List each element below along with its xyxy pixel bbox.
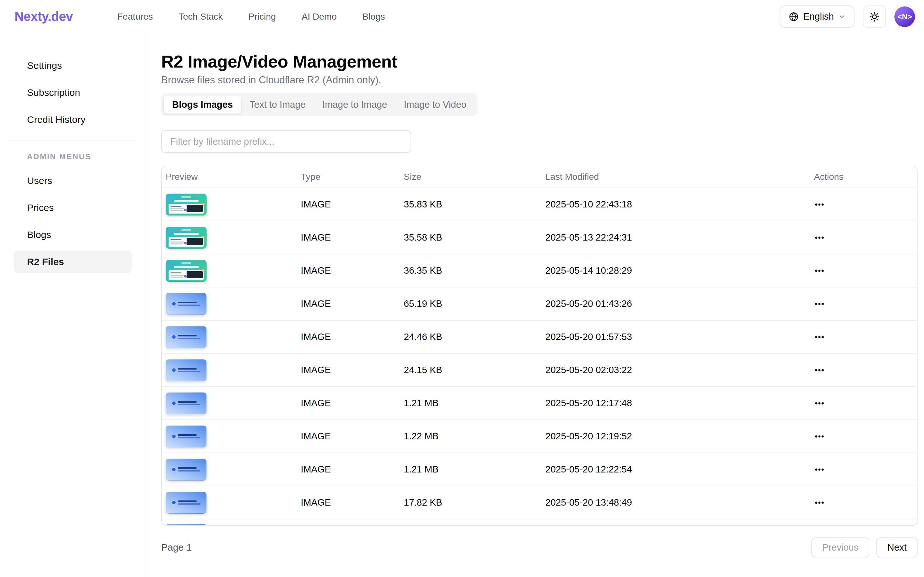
file-size: 17.82 KB xyxy=(404,497,545,508)
tab-image-to-image[interactable]: Image to Image xyxy=(314,95,396,114)
table-row: IMAGE 24.15 KB 2025-05-20 02:03:22 xyxy=(162,353,917,386)
file-thumbnail xyxy=(166,293,206,315)
column-header-type: Type xyxy=(301,172,404,182)
row-actions-button[interactable] xyxy=(814,295,832,313)
file-size: 65.19 KB xyxy=(404,298,545,309)
row-actions-button[interactable] xyxy=(814,195,832,214)
file-last-modified: 2025-05-20 12:22:54 xyxy=(545,464,814,475)
column-header-last-modified: Last Modified xyxy=(545,172,814,182)
filename-filter-input[interactable] xyxy=(161,130,411,153)
table-row: IMAGE 1.21 MB 2025-05-20 12:17:48 xyxy=(162,386,917,419)
files-table: Preview Type Size Last Modified Actions … xyxy=(161,166,918,526)
ellipsis-icon xyxy=(814,332,825,343)
sun-icon xyxy=(869,11,880,22)
ellipsis-icon xyxy=(814,232,825,243)
next-page-button[interactable]: Next xyxy=(876,537,918,558)
file-size: 24.15 KB xyxy=(404,365,545,376)
file-last-modified: 2025-05-20 12:19:52 xyxy=(545,431,814,442)
nav-item-features[interactable]: Features xyxy=(118,11,153,22)
file-size: 35.83 KB xyxy=(404,199,545,210)
file-type: IMAGE xyxy=(301,398,404,408)
file-thumbnail xyxy=(166,392,206,414)
page-subtitle: Browse files stored in Cloudflare R2 (Ad… xyxy=(161,74,924,87)
nav-item-blogs[interactable]: Blogs xyxy=(363,11,385,22)
tab-text-to-image[interactable]: Text to Image xyxy=(241,95,314,114)
file-size: 1.22 MB xyxy=(404,431,545,442)
file-last-modified: 2025-05-20 01:43:26 xyxy=(545,298,814,309)
sidebar: Settings Subscription Credit History ADM… xyxy=(0,33,147,577)
table-row: IMAGE 24.46 KB 2025-05-20 01:57:53 xyxy=(162,320,917,353)
sidebar-item-blogs[interactable]: Blogs xyxy=(14,224,132,246)
pagination-bar: Page 1 Previous Next xyxy=(161,537,918,558)
nav-item-pricing[interactable]: Pricing xyxy=(248,11,276,22)
file-type: IMAGE xyxy=(301,497,404,508)
file-last-modified: 2025-05-20 13:48:49 xyxy=(545,497,814,508)
globe-icon xyxy=(789,11,799,22)
row-actions-button[interactable] xyxy=(814,394,832,412)
sidebar-item-prices[interactable]: Prices xyxy=(14,197,132,219)
file-last-modified: 2025-05-10 22:43:18 xyxy=(545,199,814,210)
file-size: 36.35 KB xyxy=(404,265,545,276)
language-label: English xyxy=(803,11,834,22)
file-type: IMAGE xyxy=(301,431,404,442)
nav-item-ai-demo[interactable]: AI Demo xyxy=(302,11,337,22)
sidebar-item-users[interactable]: Users xyxy=(14,169,132,192)
row-actions-button[interactable] xyxy=(814,229,832,247)
language-selector-button[interactable]: English xyxy=(780,5,855,27)
file-thumbnail xyxy=(166,492,206,514)
sidebar-item-r2-files[interactable]: R2 Files xyxy=(14,251,132,273)
file-size: 1.21 MB xyxy=(404,464,545,475)
table-row: IMAGE 17.82 KB 2025-05-20 13:48:49 xyxy=(162,486,917,519)
file-category-tabs: Blogs Images Text to Image Image to Imag… xyxy=(161,93,477,116)
row-actions-button[interactable] xyxy=(814,494,832,512)
row-actions-button[interactable] xyxy=(814,262,832,280)
row-actions-button[interactable] xyxy=(814,328,832,346)
page-indicator: Page 1 xyxy=(161,542,192,553)
file-size: 35.58 KB xyxy=(404,232,545,243)
previous-page-button[interactable]: Previous xyxy=(811,537,870,558)
brand-logo[interactable]: Nexty.dev xyxy=(15,9,73,24)
file-thumbnail xyxy=(166,425,206,447)
file-thumbnail xyxy=(166,193,206,216)
file-type: IMAGE xyxy=(301,365,404,376)
ellipsis-icon xyxy=(814,431,825,442)
ellipsis-icon xyxy=(814,298,825,309)
tab-image-to-video[interactable]: Image to Video xyxy=(395,95,475,114)
main-content: R2 Image/Video Management Browse files s… xyxy=(147,33,924,577)
row-actions-button[interactable] xyxy=(814,427,832,445)
file-size: 24.46 KB xyxy=(404,332,545,342)
file-last-modified: 2025-05-20 12:17:48 xyxy=(545,398,814,408)
ellipsis-icon xyxy=(814,365,825,376)
sidebar-item-settings[interactable]: Settings xyxy=(14,54,132,77)
page-title: R2 Image/Video Management xyxy=(161,51,924,72)
file-type: IMAGE xyxy=(301,232,404,243)
row-actions-button[interactable] xyxy=(814,361,832,379)
row-actions-button[interactable] xyxy=(814,461,832,479)
sidebar-item-subscription[interactable]: Subscription xyxy=(14,81,132,104)
theme-toggle-button[interactable] xyxy=(863,5,886,27)
file-last-modified: 2025-05-14 10:28:29 xyxy=(545,265,814,276)
tab-blogs-images[interactable]: Blogs Images xyxy=(164,95,241,114)
file-type: IMAGE xyxy=(301,265,404,276)
file-thumbnail xyxy=(166,359,206,381)
file-thumbnail xyxy=(166,260,206,282)
file-last-modified: 2025-05-20 02:03:22 xyxy=(545,365,814,376)
ellipsis-icon xyxy=(814,199,825,210)
chevron-down-icon xyxy=(839,13,845,20)
table-row: IMAGE 35.58 KB 2025-05-13 22:24:31 xyxy=(162,221,917,254)
table-row: IMAGE 36.35 KB 2025-05-14 10:28:29 xyxy=(162,254,917,287)
table-header-row: Preview Type Size Last Modified Actions xyxy=(162,166,917,187)
file-thumbnail xyxy=(166,459,206,480)
nav-item-tech-stack[interactable]: Tech Stack xyxy=(179,11,223,22)
file-type: IMAGE xyxy=(301,464,404,475)
sidebar-item-credit-history[interactable]: Credit History xyxy=(14,108,132,131)
sidebar-admin-section-label: ADMIN MENUS xyxy=(27,152,132,161)
table-row: IMAGE 65.19 KB 2025-05-20 01:43:26 xyxy=(162,287,917,320)
file-last-modified: 2025-05-13 22:24:31 xyxy=(545,232,814,243)
file-thumbnail xyxy=(166,524,206,526)
ellipsis-icon xyxy=(814,464,825,475)
file-size: 1.21 MB xyxy=(404,398,545,408)
table-row: IMAGE 35.83 KB 2025-05-10 22:43:18 xyxy=(162,187,917,221)
user-avatar[interactable]: <N> xyxy=(894,6,915,27)
top-header: Nexty.dev Features Tech Stack Pricing AI… xyxy=(0,0,924,33)
